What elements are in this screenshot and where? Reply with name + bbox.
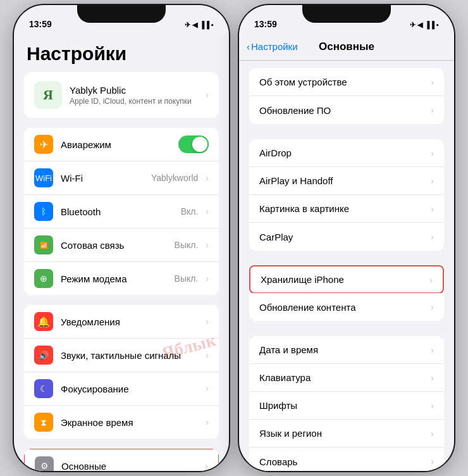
language-label: Язык и регион	[259, 428, 431, 439]
pip-label: Картинка в картинке	[259, 203, 431, 214]
pip-chevron: ›	[431, 204, 434, 214]
account-chevron: ›	[206, 90, 209, 100]
focus-label: Фокусирование	[61, 384, 198, 394]
airplane-row[interactable]: ✈ Авиарежим	[24, 128, 219, 161]
general-label: Основные	[61, 461, 197, 472]
back-button[interactable]: ‹ Настройки	[247, 41, 298, 52]
cellular-chevron: ›	[206, 240, 209, 250]
hotspot-row[interactable]: ⊕ Режим модема Выкл. ›	[24, 262, 219, 295]
bluetooth-chevron: ›	[206, 206, 209, 216]
airplane-icon: ✈	[34, 135, 53, 154]
connectivity-group: ✈ Авиарежим WiFi Wi-Fi Yablykworld › ᛒ B…	[24, 128, 219, 295]
airplay-chevron: ›	[431, 176, 434, 186]
datetime-row[interactable]: Дата и время ›	[249, 336, 444, 364]
notifications-icon: 🔔	[34, 312, 53, 331]
hotspot-label: Режим модема	[61, 273, 167, 284]
content-update-row[interactable]: Обновление контента ›	[249, 293, 444, 321]
back-label: Настройки	[251, 41, 298, 52]
yablyk-icon: Я	[34, 81, 62, 109]
general-row[interactable]: ⚙ Основные ›	[24, 449, 219, 471]
wifi-icon: WiFi	[34, 168, 53, 187]
storage-row[interactable]: Хранилище iPhone ›	[249, 265, 444, 294]
back-chevron: ‹	[247, 41, 250, 52]
page-title: Основные	[319, 41, 374, 53]
datetime-chevron: ›	[431, 345, 434, 355]
left-time: 13:59	[29, 19, 52, 29]
keyboard-label: Клавиатура	[259, 372, 431, 383]
language-chevron: ›	[431, 429, 434, 439]
bluetooth-row[interactable]: ᛒ Bluetooth Вкл. ›	[24, 195, 219, 229]
wifi-chevron: ›	[206, 173, 209, 183]
cellular-value: Выкл.	[175, 240, 199, 250]
hotspot-value: Выкл.	[175, 273, 199, 284]
wifi-value: Yablykworld	[151, 173, 198, 183]
dictionary-row[interactable]: Словарь ›	[249, 448, 444, 471]
about-label: Об этом устройстве	[259, 77, 431, 87]
update-row[interactable]: Обновление ПО ›	[249, 96, 444, 124]
notifications-group: 🔔 Уведомления › 🔊 Звуки, тактильные сигн…	[24, 305, 219, 439]
hotspot-icon: ⊕	[34, 269, 53, 288]
settings-title: Настройки	[14, 33, 229, 72]
content-update-chevron: ›	[431, 302, 434, 312]
general-group: ⚙ Основные › ⊞ Пункт управления › AA Экр…	[24, 449, 219, 471]
focus-icon: ☾	[34, 379, 53, 398]
right-group-2: AirDrop › AirPlay и Handoff › Картинка в…	[249, 139, 444, 251]
left-screen: Настройки Я Yablyk Public Apple ID, iClo…	[14, 33, 229, 471]
content-update-label: Обновление контента	[259, 302, 431, 313]
right-screen: ‹ Настройки Основные Об этом устройстве …	[239, 33, 454, 471]
screentime-icon: ⧗	[34, 413, 53, 432]
keyboard-row[interactable]: Клавиатура ›	[249, 364, 444, 392]
left-phone: 13:59 ✈ ◀ ▐▐ ▪ Настройки Я Yablyk Public…	[13, 4, 230, 472]
account-text: Yablyk Public Apple ID, iCloud, контент …	[70, 85, 198, 106]
right-notch	[302, 5, 391, 23]
dictionary-chevron: ›	[431, 456, 434, 467]
wifi-row[interactable]: WiFi Wi-Fi Yablykworld ›	[24, 161, 219, 195]
fonts-row[interactable]: Шрифты ›	[249, 392, 444, 420]
update-label: Обновление ПО	[259, 105, 431, 116]
notifications-chevron: ›	[206, 316, 209, 327]
carplay-chevron: ›	[431, 232, 434, 242]
airdrop-row[interactable]: AirDrop ›	[249, 139, 444, 167]
storage-label: Хранилище iPhone	[261, 274, 429, 285]
about-row[interactable]: Об этом устройстве ›	[249, 68, 444, 96]
airplane-toggle[interactable]	[178, 135, 209, 153]
sounds-icon: 🔊	[34, 346, 53, 365]
right-group-1: Об этом устройстве › Обновление ПО ›	[249, 68, 444, 124]
bluetooth-icon: ᛒ	[34, 202, 53, 221]
screentime-label: Экранное время	[61, 417, 198, 428]
cellular-label: Сотовая связь	[61, 240, 167, 251]
fonts-label: Шрифты	[259, 400, 431, 411]
airdrop-label: AirDrop	[259, 147, 431, 158]
right-time: 13:59	[254, 19, 277, 29]
datetime-label: Дата и время	[259, 344, 431, 355]
storage-chevron: ›	[429, 275, 433, 285]
bluetooth-label: Bluetooth	[61, 206, 173, 217]
account-subtitle: Apple ID, iCloud, контент и покупки	[70, 97, 198, 106]
nav-bar: ‹ Настройки Основные	[239, 33, 454, 61]
dictionary-label: Словарь	[259, 456, 431, 467]
language-row[interactable]: Язык и регион ›	[249, 420, 444, 448]
pip-row[interactable]: Картинка в картинке ›	[249, 195, 444, 223]
left-status-icons: ✈ ◀ ▐▐ ▪	[185, 21, 214, 29]
focus-row[interactable]: ☾ Фокусирование ›	[24, 372, 219, 406]
keyboard-chevron: ›	[431, 373, 434, 383]
wifi-label: Wi-Fi	[61, 173, 144, 184]
notifications-row[interactable]: 🔔 Уведомления ›	[24, 305, 219, 339]
airdrop-chevron: ›	[431, 148, 434, 158]
hotspot-chevron: ›	[206, 273, 209, 284]
account-card[interactable]: Я Yablyk Public Apple ID, iCloud, контен…	[24, 72, 219, 118]
cellular-icon: 📶	[34, 235, 53, 254]
airplay-row[interactable]: AirPlay и Handoff ›	[249, 167, 444, 195]
about-chevron: ›	[431, 77, 434, 87]
screentime-chevron: ›	[206, 417, 209, 427]
bluetooth-value: Вкл.	[181, 206, 199, 216]
right-group-4: Дата и время › Клавиатура › Шрифты › Язы…	[249, 336, 444, 471]
cellular-row[interactable]: 📶 Сотовая связь Выкл. ›	[24, 229, 219, 262]
right-group-3: Хранилище iPhone › Обновление контента ›	[249, 265, 444, 321]
carplay-row[interactable]: CarPlay ›	[249, 223, 444, 251]
airplane-label: Авиарежим	[61, 139, 171, 150]
account-name: Yablyk Public	[70, 85, 198, 96]
notch	[77, 5, 166, 23]
screentime-row[interactable]: ⧗ Экранное время ›	[24, 406, 219, 439]
sounds-row[interactable]: 🔊 Звуки, тактильные сигналы ›	[24, 339, 219, 372]
